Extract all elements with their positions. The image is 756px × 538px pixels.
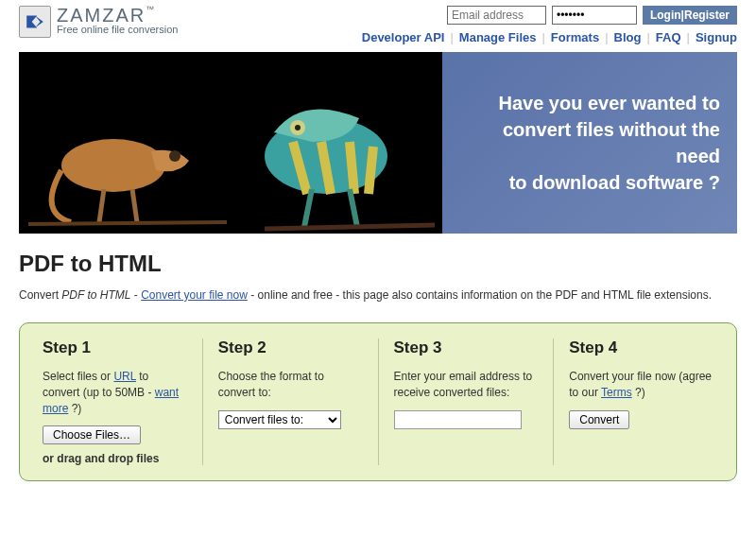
- nav-manage-files[interactable]: Manage Files: [459, 30, 537, 44]
- convert-button[interactable]: Convert: [569, 410, 629, 429]
- step-4: Step 4 Convert your file now (agree to o…: [554, 338, 719, 465]
- login-form: Login | Register: [362, 6, 737, 25]
- drag-drop-label: or drag and drop files: [43, 452, 187, 465]
- convert-now-link[interactable]: Convert your file now: [141, 288, 248, 302]
- page-description: Convert PDF to HTML - Convert your file …: [19, 288, 737, 302]
- logo-title: ZAMZAR: [57, 5, 146, 26]
- step-3: Step 3 Enter your email address to recei…: [379, 338, 555, 465]
- step-2-text: Choose the format to convert to:: [218, 369, 363, 401]
- terms-link[interactable]: Terms: [601, 386, 632, 399]
- step-3-title: Step 3: [394, 338, 539, 357]
- nav-faq[interactable]: FAQ: [656, 30, 681, 44]
- logo-icon: [19, 6, 51, 38]
- login-link[interactable]: Login: [650, 9, 681, 22]
- steps-box: Step 1 Select files or URL to convert (u…: [19, 322, 737, 481]
- nav-formats[interactable]: Formats: [551, 30, 599, 44]
- header: ZAMZAR™ Free online file conversion Logi…: [19, 0, 737, 44]
- hero-line-2: convert files without the need: [459, 116, 720, 169]
- nav-blog[interactable]: Blog: [614, 30, 642, 44]
- nav-signup[interactable]: Signup: [696, 30, 737, 44]
- logo[interactable]: ZAMZAR™ Free online file conversion: [19, 6, 178, 38]
- choose-files-button[interactable]: Choose Files…: [43, 425, 141, 444]
- logo-text: ZAMZAR™ Free online file conversion: [57, 6, 178, 35]
- step-1-title: Step 1: [43, 338, 187, 357]
- logo-tm: ™: [146, 5, 156, 14]
- login-register-bar: Login | Register: [643, 6, 737, 25]
- step-2: Step 2 Choose the format to convert to: …: [203, 338, 379, 465]
- step-4-title: Step 4: [569, 338, 713, 357]
- hero-line-1: Have you ever wanted to: [459, 90, 720, 116]
- step-1-text: Select files or URL to convert (up to 50…: [43, 369, 187, 416]
- nav-developer-api[interactable]: Developer API: [362, 30, 445, 44]
- svg-point-2: [169, 150, 180, 162]
- register-link[interactable]: Register: [684, 9, 730, 22]
- password-input[interactable]: [552, 6, 637, 25]
- hero-banner: Have you ever wanted to convert files wi…: [19, 52, 737, 234]
- top-nav: Developer API| Manage Files| Formats| Bl…: [362, 30, 737, 44]
- format-select[interactable]: Convert files to:: [218, 410, 341, 429]
- email-input[interactable]: [447, 6, 546, 25]
- hero-text: Have you ever wanted to convert files wi…: [442, 52, 737, 234]
- logo-tagline: Free online file conversion: [57, 25, 178, 35]
- url-link[interactable]: URL: [113, 370, 136, 383]
- hero-image: [19, 52, 442, 234]
- step-4-text: Convert your file now (agree to our Term…: [569, 369, 713, 401]
- svg-point-1: [61, 139, 165, 192]
- step-2-title: Step 2: [218, 338, 363, 357]
- hero-line-3: to download software ?: [459, 169, 720, 196]
- step-3-text: Enter your email address to receive conv…: [394, 369, 539, 401]
- email-output-input[interactable]: [394, 410, 522, 429]
- svg-point-5: [295, 125, 301, 130]
- desc-emphasis: PDF to HTML: [61, 288, 130, 302]
- page-title: PDF to HTML: [19, 251, 737, 277]
- step-1: Step 1 Select files or URL to convert (u…: [37, 338, 203, 465]
